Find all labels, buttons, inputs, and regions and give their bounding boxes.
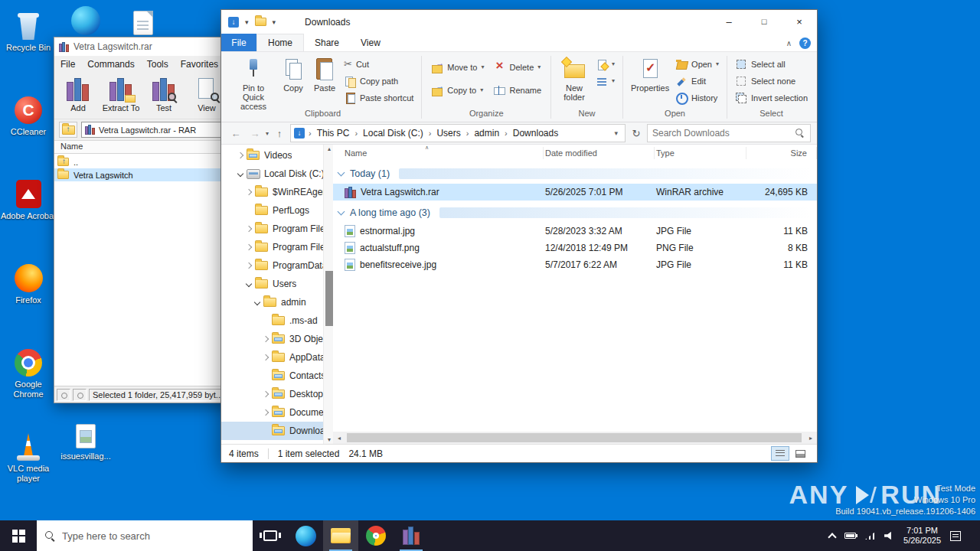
expander-icon[interactable] xyxy=(254,299,260,305)
invert-selection-button[interactable]: Invert selection xyxy=(732,90,811,106)
taskbar-chrome-button[interactable] xyxy=(358,520,394,551)
winrar-add-button[interactable]: Add xyxy=(57,73,99,118)
file-row[interactable]: estnormal.jpg 5/28/2023 3:32 AM JPG File… xyxy=(333,223,817,240)
scrollbar-thumb[interactable] xyxy=(347,433,802,442)
edit-button[interactable]: Edit xyxy=(672,73,722,90)
group-header-a-long-time-ago[interactable]: A long time ago (3) xyxy=(333,203,817,223)
expander-icon[interactable] xyxy=(263,354,269,360)
qat-dropdown-icon[interactable]: ▾ xyxy=(273,18,276,26)
breadcrumb-item[interactable]: Local Disk (C:) xyxy=(361,128,425,139)
file-row[interactable]: Vetra Lagswitch.rar 5/26/2025 7:01 PM Wi… xyxy=(333,184,817,201)
delete-button[interactable]: Delete ▾ xyxy=(488,56,546,79)
new-item-button[interactable]: ▾ xyxy=(593,56,618,73)
winrar-menu-tools[interactable]: Tools xyxy=(141,59,175,70)
cut-button[interactable]: ✂ Cut xyxy=(341,56,416,73)
start-button[interactable] xyxy=(0,520,37,551)
taskbar-winrar-button[interactable] xyxy=(394,520,429,551)
nav-item-appdata[interactable]: AppData xyxy=(221,348,323,367)
breadcrumb-item[interactable]: Downloads xyxy=(511,128,560,139)
desktop-icon-ccleaner[interactable]: CCleaner xyxy=(0,90,57,137)
paste-shortcut-button[interactable]: Paste shortcut xyxy=(341,90,416,106)
address-bar[interactable]: › This PC › Local Disk (C:) › Users › ad… xyxy=(290,124,626,142)
desktop-icon-adobe-acrobat[interactable]: Adobe Acrobat xyxy=(0,174,57,221)
expander-icon[interactable] xyxy=(246,244,252,250)
taskbar-explorer-button[interactable] xyxy=(323,520,358,551)
winrar-menu-commands[interactable]: Commands xyxy=(81,59,140,70)
desktop-icon-vlc[interactable]: VLC media player xyxy=(0,427,57,484)
breadcrumb-item[interactable]: Users xyxy=(435,128,462,139)
nav-item-winreagent[interactable]: $WinREAgent xyxy=(221,183,323,201)
taskbar-clock[interactable]: 7:01 PM 5/26/2025 xyxy=(903,526,941,546)
up-button[interactable]: ↑ xyxy=(271,128,288,139)
scroll-left-icon[interactable]: ◂ xyxy=(333,435,345,442)
winrar-test-button[interactable]: Test xyxy=(143,73,185,118)
nav-item-downloads[interactable]: Downloads xyxy=(221,422,323,440)
search-box[interactable] xyxy=(647,124,811,142)
pin-to-quick-access-button[interactable]: Pin to Quick access xyxy=(229,54,278,111)
action-center-icon[interactable] xyxy=(950,531,961,541)
expander-icon[interactable] xyxy=(263,391,269,397)
nav-item-users[interactable]: Users xyxy=(221,275,323,293)
battery-icon[interactable] xyxy=(844,533,856,539)
taskbar-edge-button[interactable] xyxy=(288,520,323,551)
nav-item-documents[interactable]: Documents xyxy=(221,403,323,422)
expander-icon[interactable] xyxy=(246,281,252,287)
nav-item-videos[interactable]: Videos xyxy=(221,146,323,165)
expander-icon[interactable] xyxy=(263,409,269,416)
expander-icon[interactable] xyxy=(246,189,252,195)
tab-file[interactable]: File xyxy=(221,34,256,51)
history-button[interactable]: History xyxy=(672,90,722,106)
expander-icon[interactable] xyxy=(237,171,243,177)
nav-item-program-files-x86[interactable]: Program Files xyxy=(221,238,323,256)
scroll-right-icon[interactable]: ▸ xyxy=(805,435,817,442)
rename-button[interactable]: Rename xyxy=(488,79,546,102)
group-header-today[interactable]: Today (1) xyxy=(333,164,817,184)
copy-button[interactable]: Copy xyxy=(278,54,309,93)
horizontal-scrollbar[interactable]: ◂ ▸ xyxy=(333,432,817,444)
expander-icon[interactable] xyxy=(246,262,252,269)
select-none-button[interactable]: Select none xyxy=(732,73,811,90)
winrar-up-one-level-button[interactable] xyxy=(59,122,77,138)
large-icons-view-button[interactable] xyxy=(791,446,809,461)
scroll-down-icon[interactable]: ▾ xyxy=(324,436,335,443)
scrollbar-thumb[interactable] xyxy=(325,271,333,326)
winrar-menu-favorites[interactable]: Favorites xyxy=(175,59,224,70)
desktop-icon-text-document[interactable] xyxy=(115,2,172,35)
nav-item-desktop[interactable]: Desktop xyxy=(221,385,323,403)
collapse-ribbon-icon[interactable]: ∧ xyxy=(786,39,792,47)
refresh-icon[interactable]: ↻ xyxy=(628,128,645,139)
desktop-icon-google-chrome[interactable]: Google Chrome xyxy=(0,343,57,399)
properties-button[interactable]: Properties xyxy=(628,54,672,93)
close-button[interactable]: × xyxy=(782,10,817,33)
maximize-button[interactable]: □ xyxy=(746,10,782,33)
qat-folder-icon[interactable] xyxy=(255,18,266,26)
column-header-date-modified[interactable]: Date modified xyxy=(544,147,655,159)
tab-share[interactable]: Share xyxy=(304,34,350,51)
desktop-icon-recycle-bin[interactable]: Recycle Bin xyxy=(0,6,57,53)
help-icon[interactable]: ? xyxy=(799,37,811,49)
new-folder-button[interactable]: New folder xyxy=(556,54,593,102)
nav-scrollbar[interactable]: ▴ ▾ xyxy=(323,145,333,444)
column-header-name[interactable]: Name∧ xyxy=(333,147,544,159)
winrar-extract-to-button[interactable]: Extract To xyxy=(100,73,142,118)
nav-item-ms-ad[interactable]: .ms-ad xyxy=(221,311,323,330)
nav-item-local-disk-c[interactable]: Local Disk (C:) xyxy=(221,165,323,183)
nav-item-program-files[interactable]: Program Files xyxy=(221,220,323,238)
taskbar-search[interactable] xyxy=(37,520,253,551)
easy-access-button[interactable]: ▾ xyxy=(593,73,618,90)
nav-item-contacts[interactable]: Contacts xyxy=(221,367,323,385)
breadcrumb-item[interactable]: This PC xyxy=(315,128,351,139)
copy-to-button[interactable]: Copy to ▾ xyxy=(426,79,488,102)
select-all-button[interactable]: Select all xyxy=(732,56,811,73)
expander-icon[interactable] xyxy=(263,336,269,342)
forward-button[interactable]: → xyxy=(247,128,263,139)
expander-icon[interactable] xyxy=(237,152,243,158)
tray-overflow-chevron-icon[interactable] xyxy=(828,533,836,541)
winrar-menu-file[interactable]: File xyxy=(54,59,81,70)
paste-button[interactable]: Paste xyxy=(309,54,341,93)
nav-item-3d-objects[interactable]: 3D Objects xyxy=(221,330,323,348)
tab-home[interactable]: Home xyxy=(256,34,304,51)
nav-item-admin[interactable]: admin xyxy=(221,293,323,311)
file-row[interactable]: benefitsreceive.jpg 5/7/2017 6:22 AM JPG… xyxy=(333,256,817,273)
task-view-button[interactable] xyxy=(253,520,288,551)
